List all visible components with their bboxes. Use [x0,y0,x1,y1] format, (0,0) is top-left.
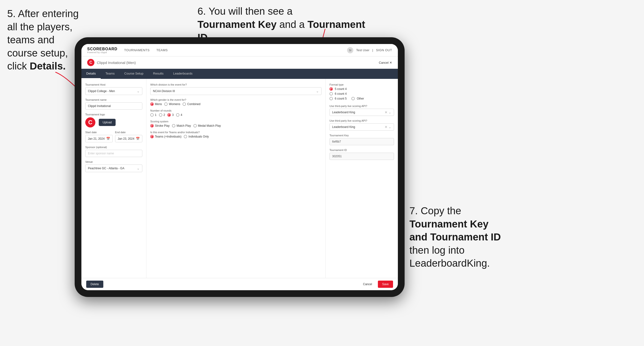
format-other[interactable]: Other [352,97,364,100]
division-input[interactable]: NCAA Division III [150,87,322,95]
format-other-radio[interactable] [352,97,355,100]
nav-separator: | [372,48,373,52]
scoring-stroke-radio[interactable] [150,124,154,127]
rounds-3-radio[interactable] [168,113,171,117]
end-date-input[interactable]: Jan 23, 2024 📅 [115,135,142,142]
venue-input[interactable]: Peachtree GC - Atlanta - GA [85,165,142,172]
scoring-label: Scoring system [150,120,322,123]
teams-individuals[interactable]: Individuals Only [184,135,209,138]
navbar: SCOREBOARD Powered by clippd TOURNAMENTS… [82,44,398,56]
form-footer: Delete Cancel Save [82,278,398,290]
rounds-2-radio[interactable] [159,113,162,117]
start-date-label: Start date [85,131,113,134]
sponsor-label: Sponsor (optional) [85,146,142,149]
tab-details[interactable]: Details [82,69,101,79]
calendar-icon-end: 📅 [136,137,140,140]
tablet: SCOREBOARD Powered by clippd TOURNAMENTS… [75,37,404,297]
tab-teams[interactable]: Teams [101,69,120,79]
gender-combined-radio[interactable] [182,102,186,106]
sponsor-input[interactable]: Enter sponsor name [85,150,142,157]
third-party-2-label: Use third-party live scoring API? [330,119,394,122]
annotation-bottom-right: 7. Copy the Tournament Key and Tournamen… [410,204,549,270]
scoring-radio-group: Stroke Play Match Play Medal Match Play [150,124,322,127]
scoring-medal[interactable]: Medal Match Play [194,124,221,127]
scoring-match-radio[interactable] [172,124,175,127]
annotation-left-line3: teams and [7,34,54,45]
rounds-4-radio[interactable] [176,113,180,117]
tournament-name-label: Tournament name [85,98,142,101]
third-party-1-input[interactable]: Leaderboard King ✕ ⌄ [330,109,394,116]
clear-x-2[interactable]: ✕ ⌄ [384,125,391,129]
gender-label: Which gender is the event for? [150,98,322,101]
tab-results[interactable]: Results [148,69,168,79]
teams-individuals-radio[interactable] [184,135,187,138]
upload-button[interactable]: Upload [99,119,116,126]
gender-combined[interactable]: Combined [182,102,200,106]
teams-teams-radio[interactable] [150,135,154,138]
tab-leaderboards[interactable]: Leaderboards [168,69,197,79]
teams-label: Is this event for Teams and/or Individua… [150,131,322,134]
gender-mens-radio[interactable] [150,102,154,106]
tournament-id-group: Tournament ID 302051 [330,149,394,160]
sponsor-group: Sponsor (optional) Enter sponsor name [85,146,142,157]
annotation-left-line4: course setup, [7,47,68,59]
division-label: Which division is the event for? [150,83,322,86]
format-label: Format type [330,83,394,86]
rounds-1-radio[interactable] [150,113,154,117]
rounds-1[interactable]: 1 [150,113,156,117]
format-6count4-radio[interactable] [330,92,333,95]
sign-out-link[interactable]: Sign out [376,48,392,52]
annotation-left-line1: 5. After entering [7,8,79,19]
tournament-logo-label: Tournament logo [85,113,142,116]
tabs: Details Teams Course Setup Results Leade… [82,69,398,79]
tab-course-setup[interactable]: Course Setup [120,69,148,79]
cancel-button[interactable]: Cancel [360,281,375,288]
annotation-br-line1: 7. Copy the [410,205,461,216]
start-date-input[interactable]: Jan 21, 2024 📅 [85,135,113,142]
form-col-left: Tournament Host Clippd College - Men Tou… [82,79,146,278]
clear-x-1[interactable]: ✕ ⌄ [384,110,391,114]
save-button[interactable]: Save [378,281,393,288]
end-date-label: End date [115,131,142,134]
gender-mens[interactable]: Mens [150,102,162,106]
scoring-medal-radio[interactable] [194,124,197,127]
nav-tournaments[interactable]: TOURNAMENTS [124,48,150,52]
format-row2: 6 count 5 Other [330,97,394,102]
tournament-key-label: Tournament Key [330,134,394,137]
gender-womens[interactable]: Womens [164,102,180,106]
rounds-2[interactable]: 2 [159,113,165,117]
format-5count4-radio[interactable] [330,87,333,91]
annotation-br-line2: then log into [410,245,464,256]
venue-group: Venue Peachtree GC - Atlanta - GA [85,160,142,172]
scoring-group: Scoring system Stroke Play Match Play [150,120,322,127]
format-group: Format type 5 count 4 6 count 4 6 count … [330,83,394,102]
scoring-stroke[interactable]: Stroke Play [150,124,170,127]
rounds-3[interactable]: 3 [168,113,174,117]
format-6count5-radio[interactable] [330,97,333,100]
rounds-label: Number of rounds [150,109,322,112]
scoring-match[interactable]: Match Play [172,124,191,127]
cancel-link[interactable]: Cancel ✕ [379,61,392,64]
delete-button[interactable]: Delete [86,281,103,288]
teams-teams[interactable]: Teams (+Individuals) [150,135,181,138]
tournament-logo: C [87,59,94,66]
tournament-key-value: 6ef6b7 [330,138,394,145]
user-name: Test User [356,48,370,52]
user-avatar: SI [347,47,353,53]
format-6count5[interactable]: 6 count 5 [330,97,346,100]
annotation-top-right-line1: 6. You will then see a [198,5,292,17]
tournament-host-input[interactable]: Clippd College - Men [85,87,142,95]
logo-title: SCOREBOARD [87,47,118,51]
rounds-radio-group: 1 2 3 4 [150,113,322,117]
format-6count4[interactable]: 6 count 4 [330,92,394,95]
gender-womens-radio[interactable] [164,102,168,106]
third-party-2-input[interactable]: Leaderboard King ✕ ⌄ [330,123,394,131]
tournament-name: Clippd Invitational (Men) [97,61,136,65]
tournament-name-input[interactable]: Clippd Invitational [85,102,142,110]
rounds-4[interactable]: 4 [176,113,182,117]
third-party-1-group: Use third-party live scoring API? Leader… [330,105,394,116]
nav-teams[interactable]: TEAMS [156,48,168,52]
logo-sub: Powered by clippd [87,51,118,54]
format-5count4[interactable]: 5 count 4 [330,87,394,91]
form-body: Tournament Host Clippd College - Men Tou… [82,79,398,278]
